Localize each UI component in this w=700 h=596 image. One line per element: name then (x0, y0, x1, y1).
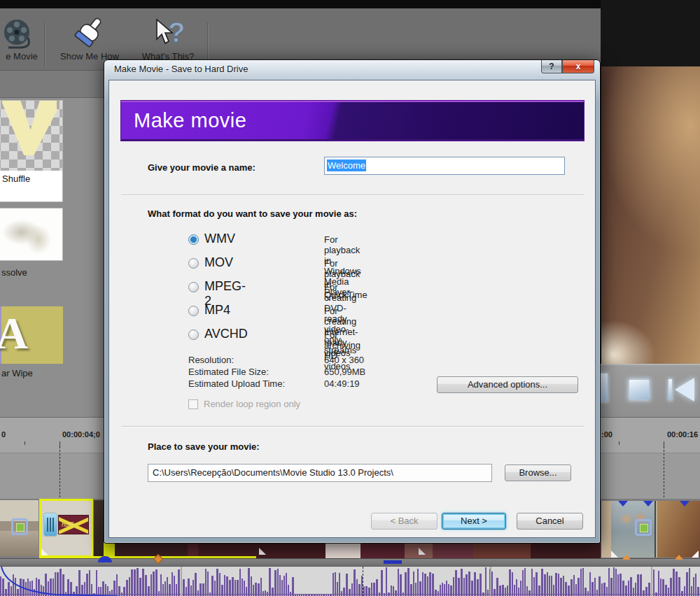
transition-badge-text: huffle (62, 521, 77, 528)
start-bar-icon (668, 379, 672, 400)
video-clip[interactable] (0, 500, 38, 556)
format-name: AVCHD (204, 327, 248, 341)
help-button[interactable]: ? (541, 60, 562, 73)
fade-marker-icon (98, 556, 112, 562)
movie-name-label: Give your movie a name: (148, 162, 255, 173)
go-to-start-button[interactable] (665, 374, 697, 406)
audio-clip-boundary (651, 567, 652, 596)
transition-card-wipe[interactable]: A (0, 306, 63, 364)
marker-triangle-icon (643, 501, 653, 506)
app-top-bar (0, 0, 700, 8)
toolbar-divider (44, 22, 45, 67)
format-name: WMV (204, 232, 235, 246)
separator (121, 194, 584, 196)
marker-dotted-line (59, 446, 60, 499)
ruler-label: 00:00:04;0 (62, 430, 100, 439)
format-name: MP4 (204, 303, 230, 318)
format-name: MOV (204, 255, 233, 270)
cursor-question-icon: ? (151, 15, 189, 52)
marker-orange-icon (622, 555, 631, 560)
make-movie-dialog: Make Movie - Save to Hard Drive ? x Make… (104, 59, 601, 544)
playback-controls (601, 364, 700, 417)
uploadtime-label: Estimated Upload Time: (188, 378, 285, 389)
audio-clip-boundary (490, 567, 491, 596)
make-movie-tool-label: e Movie (0, 51, 43, 62)
video-clip[interactable] (601, 501, 700, 558)
pan-crop-icon[interactable] (11, 518, 28, 535)
next-button[interactable]: Next > (442, 513, 506, 530)
filesize-value: 650,99MB (324, 367, 365, 377)
ruler-tick (24, 441, 25, 445)
wipe-letter-a: A (0, 308, 28, 360)
preview-panel-top (601, 0, 700, 66)
transitions-panel: Shuffle ssolve A ar Wipe (0, 98, 104, 417)
show-me-how-button[interactable]: Show Me How (49, 11, 130, 67)
advanced-options-button[interactable]: Advanced options... (437, 376, 578, 393)
marker-triangle-icon (680, 501, 690, 506)
dialog-window-controls: ? x (541, 60, 594, 73)
track-divider[interactable] (0, 558, 700, 567)
selected-text: Welcome (327, 159, 366, 171)
fade-handle[interactable] (611, 551, 618, 558)
browse-button[interactable]: Browse... (505, 464, 571, 481)
back-button[interactable]: < Back (371, 513, 438, 530)
radio-button[interactable] (188, 258, 199, 269)
video-thumbnail (657, 501, 700, 558)
pan-crop-icon[interactable] (635, 519, 652, 536)
transition-card-shuffle[interactable]: Shuffle (0, 100, 63, 202)
fade-handle[interactable] (419, 548, 426, 555)
transition-label: ar Wipe (0, 368, 33, 378)
shuffle-vee-shape (2, 101, 57, 155)
stop-button[interactable] (623, 374, 655, 406)
event-grip-icon (44, 513, 57, 536)
fade-handle[interactable] (259, 548, 266, 555)
render-loop-label: Render loop region only (204, 399, 300, 409)
dialog-title: Make Movie - Save to Hard Drive (114, 64, 248, 74)
ruler-label: 0 (1, 430, 6, 439)
shuffle-transition-badge: huffle (58, 515, 89, 534)
film-reel-icon (1, 17, 38, 53)
dissolve-thumbnail (0, 208, 62, 260)
marker-triangle-icon (618, 501, 628, 506)
marker-dotted-line (363, 567, 363, 596)
transition-label: ssolve (0, 267, 27, 278)
radio-button[interactable] (188, 282, 199, 292)
shuffle-thumbnail (0, 101, 62, 171)
close-button[interactable]: x (562, 60, 594, 73)
place-heading: Place to save your movie: (148, 441, 260, 452)
pointing-hand-icon (73, 15, 108, 52)
format-description: For archiving HD videos (324, 329, 360, 371)
format-heading: What format do you want to save your mov… (148, 208, 357, 219)
resolution-label: Resolution: (188, 355, 234, 365)
radio-button[interactable] (188, 329, 199, 340)
dialog-body: Make movie Give your movie a name: Welco… (108, 80, 596, 538)
make-movie-banner: Make movie (121, 101, 584, 141)
fade-handle[interactable] (41, 548, 48, 555)
radio-button[interactable] (188, 306, 199, 316)
ruler-label: :00 (601, 430, 612, 439)
filesize-label: Estimated File Size: (188, 367, 269, 377)
app-window: e Movie Show Me How ? What's This? (0, 0, 700, 596)
separator (121, 426, 584, 427)
movie-name-input[interactable]: Welcome (324, 157, 565, 175)
ruler-tick (619, 441, 620, 445)
fade-handle[interactable] (692, 551, 699, 558)
save-path-input[interactable]: C:\Users\Recepção\Documents\Movie Studio… (148, 464, 492, 482)
pause-button[interactable] (601, 374, 608, 402)
video-clip[interactable] (94, 500, 104, 556)
cancel-button[interactable]: Cancel (517, 513, 583, 530)
volume-envelope-curve[interactable] (0, 567, 119, 596)
audio-clip-boundary (181, 567, 182, 596)
whats-this-button[interactable]: ? What's This? (134, 11, 202, 67)
loop-region-marker (384, 560, 402, 564)
banner-title: Make movie (134, 109, 246, 132)
transition-label: Shuffle (0, 171, 62, 188)
make-movie-tool-button[interactable]: e Movie (0, 11, 43, 67)
resolution-value: 640 x 360 (324, 355, 364, 365)
video-preview (601, 66, 700, 364)
radio-button[interactable] (188, 234, 199, 245)
marker-orange-icon (675, 555, 683, 560)
render-loop-checkbox[interactable] (188, 399, 198, 409)
selected-transition-clip[interactable]: huffle (39, 499, 93, 558)
transition-card-dissolve[interactable] (0, 208, 63, 261)
